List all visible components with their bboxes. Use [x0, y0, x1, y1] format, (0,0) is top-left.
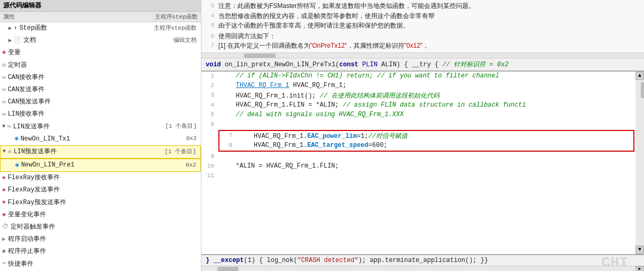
func-sig-void: void	[206, 61, 225, 68]
code-line-6: 6	[201, 120, 636, 129]
line-num-8: 8	[219, 141, 236, 148]
sidebar-item-timer[interactable]: ✉ 定时器	[0, 59, 201, 72]
sidebar-label-prog-start: 程序启动事件	[8, 234, 46, 244]
sidebar-item-lin-recv[interactable]: ✉ LIN接收事件	[0, 108, 201, 120]
prog-start-icon: ▶	[2, 235, 6, 244]
hscroll-thumb-comment	[244, 54, 276, 58]
vscroll-down-btn[interactable]: ▼	[636, 246, 644, 254]
sidebar-item-lin-pre1[interactable]: ◉ NewOn_LIN_Pre1 0x2	[0, 159, 201, 172]
code-content-7: HVAC_RQ_Frm_1.EAC_power_lim=1;//对信号赋值	[236, 131, 633, 141]
func-sig-plin: PLIN	[362, 61, 381, 68]
comment-text-7: [1] 在其中定义一个回调函数名为"OnPreTx12"，其属性绑定标识符"0x…	[218, 41, 640, 51]
code-line-5: 5 // deal with signals using HVAC_RQ_Frm…	[201, 110, 636, 120]
comment-line-5: 5 由于这个函数的干预度非常高，使用时请注意鉴别和保护您的数据。	[206, 21, 640, 31]
sidebar-item-can-recv[interactable]: ✉ CAN接收事件	[0, 72, 201, 84]
vscroll-up-btn[interactable]: ▲	[636, 72, 644, 80]
code-and-scroll: 1 // if (ALIN->FIdxChn != CH1) return; /…	[201, 72, 644, 254]
highlight-region: 7 HVAC_RQ_Frm_1.EAC_power_lim=1;//对信号赋值 …	[218, 130, 634, 152]
sidebar-label-timer: 定时器	[8, 60, 27, 71]
sidebar-label-lin-pre1: NewOn_LIN_Pre1	[21, 160, 75, 170]
prog-stop-icon: ■	[2, 247, 6, 257]
code-line-9: 9	[201, 152, 636, 162]
doc-icon: 📄	[14, 36, 21, 46]
minus-icon2: ▼	[3, 147, 6, 156]
line-num-3: 3	[201, 91, 218, 98]
sidebar-label-hotkey: 快捷事件	[8, 259, 33, 269]
col-main: 主程序step函数	[155, 13, 198, 21]
vscroll-thumb	[641, 82, 644, 98]
sidebar-item-can-send[interactable]: ✉ CAN发送事件	[0, 84, 201, 96]
sidebar-label-step: Step函数	[20, 23, 48, 33]
sidebar-label-lin-recv: LIN接收事件	[8, 109, 45, 119]
except-kw: } __except	[206, 257, 244, 264]
sidebar-val-doc: 编辑文档	[173, 36, 199, 46]
hscroll-right-btn[interactable]: ▶	[636, 266, 644, 271]
sidebar-item-lin-pre[interactable]: ▼ ✉ LIN预发送事件 [1 个条目]	[0, 145, 201, 159]
func-sig-const: const	[339, 61, 362, 68]
except-bar: } __except (1) { log_nok("CRASH detected…	[201, 254, 644, 266]
timer-trigger-icon: ⏱	[2, 222, 8, 232]
vscroll: ▲ ▼	[636, 72, 644, 254]
comment-line-4: 4 当您想修改函数的报文内容，或是帧类型等参数时，使用这个函数会非常有帮	[206, 11, 640, 21]
comment-linenum-4: 4	[206, 11, 218, 21]
var-change-icon: ❖	[2, 210, 6, 220]
sidebar-item-flex-pre[interactable]: ❖ FlexRay预发送事件	[0, 197, 201, 209]
sidebar-item-step[interactable]: ▶ ⬇ Step函数 主程序step函数	[0, 22, 201, 34]
sidebar-item-prog-start[interactable]: ▶ 程序启动事件	[0, 233, 201, 246]
sidebar-item-var[interactable]: ❖ 变量	[0, 47, 201, 59]
code-line-1: 1 // if (ALIN->FIdxChn != CH1) return; /…	[201, 72, 636, 81]
minus-icon: ▼	[2, 123, 5, 131]
line-num-6: 6	[201, 120, 218, 127]
line-num-2: 2	[201, 81, 218, 89]
comment-linenum-5: 5	[206, 21, 218, 30]
code-content-6	[218, 120, 636, 121]
code-line-4: 4 HVAC_RQ_Frm_1.FLIN = *ALIN; // assign …	[201, 101, 636, 110]
line-num-11: 11	[201, 171, 218, 179]
code-area[interactable]: 1 // if (ALIN->FIdxChn != CH1) return; /…	[201, 72, 636, 254]
code-content-11	[218, 171, 636, 172]
flex-send-icon: ❖	[2, 186, 6, 195]
sidebar-item-var-change[interactable]: ❖ 变量变化事件	[0, 209, 201, 221]
sidebar-label-doc: 文档	[23, 36, 36, 46]
line-num-9: 9	[201, 152, 218, 160]
hscroll-comment[interactable]	[201, 53, 644, 58]
comment-linenum-3: 3	[206, 1, 218, 11]
comment-linenum-6: 6	[206, 31, 218, 41]
arrow-right-icon: ▶	[8, 24, 12, 33]
sidebar-item-hotkey[interactable]: ⌨ 快捷事件	[0, 258, 201, 270]
can-send-icon: ✉	[2, 85, 6, 95]
sidebar-item-doc[interactable]: ▶ 📄 文档 编辑文档	[0, 34, 201, 47]
comment-text-3: 注意：此函数被为FSMaster所特写，如果发送数组中当地类似函数，可能会遇到某…	[218, 1, 640, 11]
code-line-3: 3 HVAC_RQ_Frm_1.init(); // 在使用此结构体前调用这段初…	[201, 91, 636, 101]
code-content-8: HVAC_RQ_Frm_1.EAC_target_speed=600;	[236, 141, 633, 150]
sidebar-item-timer-trigger[interactable]: ⏱ 定时器触发事件	[0, 221, 201, 233]
sidebar-item-flex-recv[interactable]: ❖ FlexRay接收事件	[0, 172, 201, 184]
hscroll-code[interactable]: ▶	[201, 266, 644, 271]
line-num-4: 4	[201, 101, 218, 108]
line-num-10: 10	[201, 162, 218, 169]
comment-line-7: 7 [1] 在其中定义一个回调函数名为"OnPreTx12"，其属性绑定标识符"…	[206, 41, 640, 51]
sidebar-item-lin-tx1[interactable]: ◉ NewOn_LIN_Tx1 0x2	[0, 133, 201, 145]
sidebar-label-var: 变量	[8, 48, 21, 58]
flex-recv-icon: ❖	[2, 173, 6, 183]
sidebar: 源代码编辑器 属性 主程序step函数 ▶ ⬇ Step函数 主程序step函数…	[0, 0, 201, 271]
sidebar-item-lin-send[interactable]: ▼ ✉ LIN发送事件 [1 个条目]	[0, 121, 201, 133]
sidebar-val-step: 主程序step函数	[154, 24, 199, 33]
comment-line-3: 3 注意：此函数被为FSMaster所特写，如果发送数组中当地类似函数，可能会遇…	[206, 1, 640, 11]
comment-line-6: 6 使用回调方法如下：	[206, 31, 640, 41]
var-icon: ❖	[2, 48, 6, 58]
comment-linenum-7: 7	[206, 41, 218, 50]
lin-pre-icon: ✉	[8, 147, 12, 157]
line-num-5: 5	[201, 110, 218, 118]
code-panel: 3 注意：此函数被为FSMaster所特写，如果发送数组中当地类似函数，可能会遇…	[201, 0, 644, 271]
lin-tx1-val: 0x2	[186, 134, 199, 144]
sidebar-item-flex-send[interactable]: ❖ FlexRay发送事件	[0, 184, 201, 196]
sidebar-label-can-pre: CAN预发送事件	[8, 97, 51, 107]
code-content-4: HVAC_RQ_Frm_1.FLIN = *ALIN; // assign FL…	[218, 101, 636, 109]
lin-pre1-icon: ◉	[15, 161, 19, 170]
code-line-10: 10 *ALIN = HVAC_RQ_Frm_1.FLIN;	[201, 162, 636, 171]
code-content-1: // if (ALIN->FIdxChn != CH1) return; // …	[218, 72, 636, 80]
sidebar-item-prog-stop[interactable]: ■ 程序停止事件	[0, 246, 201, 258]
sidebar-label-can-send: CAN发送事件	[8, 85, 45, 95]
sidebar-item-can-pre[interactable]: ✉ CAN预发送事件	[0, 96, 201, 108]
